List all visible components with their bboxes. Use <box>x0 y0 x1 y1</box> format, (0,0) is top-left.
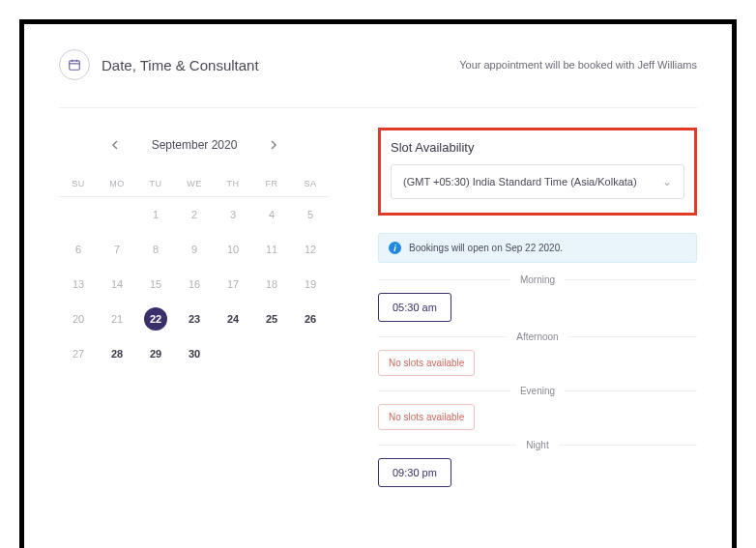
weekday-label: SU <box>59 170 98 197</box>
calendar-day[interactable]: 23 <box>175 302 214 336</box>
calendar-day[interactable]: 24 <box>214 302 252 336</box>
calendar-day: 17 <box>214 267 252 302</box>
calendar-day: 12 <box>291 232 330 267</box>
prev-month-button[interactable] <box>105 135 125 155</box>
calendar-day: 13 <box>59 267 98 302</box>
calendar-day: 21 <box>98 302 136 336</box>
svg-rect-0 <box>70 61 80 70</box>
slot-period: Morning05:30 am <box>378 274 697 322</box>
period-label: Morning <box>510 274 565 285</box>
calendar-day: 10 <box>214 232 252 267</box>
period-label: Evening <box>510 386 565 396</box>
info-banner: i Bookings will open on Sep 22 2020. <box>378 233 697 263</box>
slot-section-title: Slot Availability <box>391 140 684 155</box>
calendar-day: 18 <box>252 267 291 302</box>
timezone-highlight: Slot Availability (GMT +05:30) India Sta… <box>378 128 697 216</box>
calendar-icon <box>59 49 90 80</box>
calendar-day: 15 <box>136 267 175 302</box>
page-header: Date, Time & Consultant Your appointment… <box>59 49 697 108</box>
weekday-label: TU <box>136 170 175 197</box>
calendar-day: 2 <box>175 197 214 232</box>
calendar-empty <box>98 197 136 232</box>
calendar-day: 20 <box>59 302 98 336</box>
calendar-day: 14 <box>98 267 136 302</box>
calendar-day: 9 <box>175 232 214 267</box>
weekday-label: TH <box>214 170 252 197</box>
calendar-day: 16 <box>175 267 214 302</box>
timezone-value: (GMT +05:30) India Standard Time (Asia/K… <box>403 176 637 187</box>
no-slots-badge: No slots available <box>378 350 475 376</box>
info-text: Bookings will open on Sep 22 2020. <box>409 243 563 253</box>
period-label: Afternoon <box>507 332 567 342</box>
slot-period: EveningNo slots available <box>378 386 697 430</box>
time-slot[interactable]: 09:30 pm <box>378 458 451 487</box>
time-slot[interactable]: 05:30 am <box>378 293 451 322</box>
weekday-label: SA <box>291 170 330 197</box>
no-slots-badge: No slots available <box>378 404 475 430</box>
calendar-day[interactable]: 28 <box>98 336 136 371</box>
weekday-label: MO <box>98 170 136 197</box>
weekday-label: WE <box>175 170 214 197</box>
month-label: September 2020 <box>152 138 238 152</box>
next-month-button[interactable] <box>264 135 283 155</box>
calendar-day: 6 <box>59 232 98 267</box>
calendar-day: 1 <box>136 197 175 232</box>
calendar-day: 8 <box>136 232 175 267</box>
calendar-day: 11 <box>252 232 291 267</box>
calendar-day: 19 <box>291 267 330 302</box>
info-icon: i <box>389 242 401 254</box>
weekday-label: FR <box>252 170 291 197</box>
calendar-day: 4 <box>252 197 291 232</box>
calendar-day[interactable]: 26 <box>291 302 330 336</box>
page-title: Date, Time & Consultant <box>102 57 259 73</box>
calendar-day: 3 <box>214 197 252 232</box>
calendar-day[interactable]: 25 <box>252 302 291 336</box>
calendar-day: 27 <box>59 336 98 371</box>
calendar-day[interactable]: 30 <box>175 336 214 371</box>
calendar-day[interactable]: 22 <box>136 302 175 336</box>
calendar-empty <box>252 336 291 371</box>
slot-panel: Slot Availability (GMT +05:30) India Sta… <box>378 128 697 497</box>
consultant-note: Your appointment will be booked with Jef… <box>459 59 697 71</box>
period-label: Night <box>516 440 558 450</box>
calendar-empty <box>214 336 252 371</box>
calendar: September 2020 SUMOTUWETHFRSA12345678910… <box>59 128 330 497</box>
calendar-day: 5 <box>291 197 330 232</box>
slot-period: Night09:30 pm <box>378 440 697 487</box>
calendar-day[interactable]: 29 <box>136 336 175 371</box>
calendar-empty <box>291 336 330 371</box>
timezone-select[interactable]: (GMT +05:30) India Standard Time (Asia/K… <box>391 164 684 199</box>
slot-period: AfternoonNo slots available <box>378 332 697 376</box>
calendar-day: 7 <box>98 232 136 267</box>
calendar-empty <box>59 197 98 232</box>
chevron-down-icon: ⌄ <box>662 175 672 188</box>
